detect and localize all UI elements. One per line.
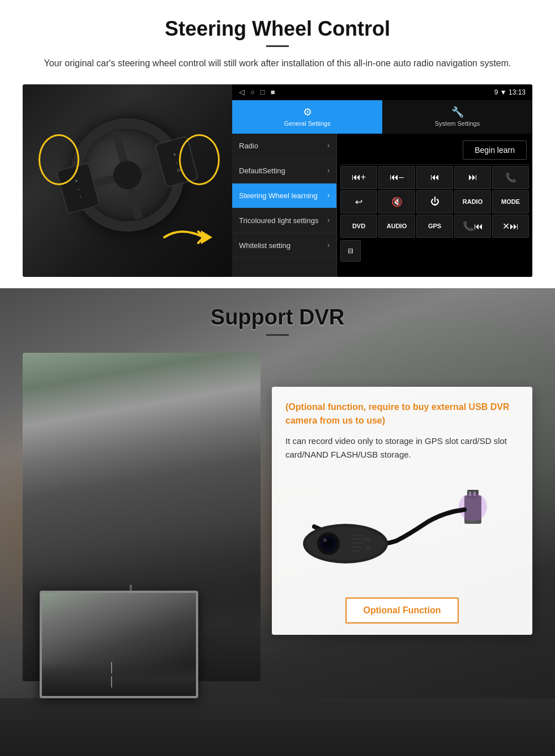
tab-general-settings[interactable]: ⚙ General Settings	[232, 100, 382, 134]
chevron-icon: ›	[327, 166, 330, 174]
chevron-icon: ›	[327, 191, 330, 199]
ctrl-power[interactable]: ⏻	[416, 190, 453, 213]
menu-item-tricoloured[interactable]: Tricoloured light settings ›	[232, 208, 336, 233]
ctrl-gps[interactable]: GPS	[416, 215, 453, 238]
menu-item-default-setting[interactable]: DefaultSetting ›	[232, 159, 336, 183]
ctrl-back[interactable]: ↩	[340, 190, 377, 213]
default-setting-label: DefaultSetting	[239, 166, 285, 175]
dvr-right-area: (Optional function, require to buy exter…	[272, 353, 532, 681]
menu-icon: ■	[271, 88, 275, 96]
tab-system-settings[interactable]: 🔧 System Settings	[382, 100, 532, 134]
dvr-info-card: (Optional function, require to buy exter…	[272, 387, 532, 635]
vol-up-icon: ⏮+	[352, 172, 366, 182]
ctrl-extra-btn[interactable]: ⊟	[340, 240, 361, 262]
radio-btn-label: RADIO	[463, 198, 483, 205]
chevron-icon: ›	[327, 216, 330, 224]
svg-point-13	[366, 545, 370, 550]
gps-btn-label: GPS	[428, 223, 441, 229]
mute-icon: 🔇	[391, 197, 403, 207]
radio-label: Radio	[239, 142, 258, 150]
steering-hub	[110, 157, 144, 192]
steering-wheel-photo: + - ↑ + - ⊙	[23, 84, 232, 277]
recents-icon: □	[261, 88, 265, 96]
dvr-title-divider	[266, 334, 289, 336]
dvr-screen-content	[42, 593, 196, 696]
vol-down-icon: ⏮–	[390, 172, 404, 182]
ctrl-dvd[interactable]: DVD	[340, 215, 377, 238]
audio-btn-label: AUDIO	[387, 223, 407, 229]
control-extra-row: ⊟	[339, 239, 530, 263]
dvr-camera-image	[285, 473, 519, 586]
statusbar: ◁ ○ □ ■ 9 ▼ 13:13	[232, 84, 532, 100]
time-display: 13:13	[509, 88, 526, 96]
arrow-indicator	[159, 220, 227, 254]
mode-btn-label: MODE	[501, 198, 520, 205]
tab-system-label: System Settings	[435, 120, 480, 127]
dvr-section: Support DVR	[0, 288, 555, 756]
mute-next-icon: ✕⏭	[502, 221, 519, 232]
tricoloured-label: Tricoloured light settings	[239, 216, 318, 225]
ctrl-mode[interactable]: MODE	[492, 190, 529, 213]
dvr-bottom-bar	[0, 698, 555, 756]
ctrl-mute-next[interactable]: ✕⏭	[492, 215, 529, 238]
dvr-title: Support DVR	[23, 305, 532, 330]
control-panel: Begin learn ⏮+ ⏮– ⏮ ⏭ 📞 ↩ 🔇 ⏻ RADIO MODE	[337, 134, 532, 277]
ctrl-radio[interactable]: RADIO	[454, 190, 491, 213]
tab-general-label: General Settings	[284, 120, 331, 127]
system-icon: 🔧	[451, 106, 464, 118]
whitelist-label: Whitelist setting	[239, 241, 291, 250]
control-grid: ⏮+ ⏮– ⏮ ⏭ 📞 ↩ 🔇 ⏻ RADIO MODE DVD AUDIO G…	[339, 165, 530, 239]
phone-icon: 📞	[505, 172, 516, 183]
steering-subtitle: Your original car's steering wheel contr…	[23, 56, 532, 71]
page-title: Steering Wheel Control	[23, 17, 532, 41]
highlight-circle-right	[179, 134, 220, 185]
dvr-description: It can record video only to storage in G…	[285, 434, 519, 462]
ctrl-mute[interactable]: 🔇	[378, 190, 415, 213]
android-demo: + - ↑ + - ⊙	[23, 84, 532, 277]
android-content: Radio › DefaultSetting › Steering Wheel …	[232, 134, 532, 277]
svg-marker-0	[201, 230, 212, 244]
ctrl-next[interactable]: ⏭	[454, 166, 491, 189]
ctrl-vol-up[interactable]: ⏮+	[340, 166, 377, 189]
begin-learn-row: Begin learn	[339, 136, 530, 165]
steering-wheel-label: Steering Wheel learning	[239, 191, 318, 200]
dvr-optional-heading: (Optional function, require to buy exter…	[285, 400, 519, 428]
svg-point-5	[459, 493, 487, 521]
home-icon: ○	[250, 88, 255, 96]
dvr-screen-thumbnail	[40, 591, 198, 698]
begin-learn-button[interactable]: Begin learn	[463, 140, 527, 160]
menu-item-whitelist[interactable]: Whitelist setting ›	[232, 233, 336, 258]
power-icon: ⏻	[430, 197, 439, 207]
optional-function-button[interactable]: Optional Function	[345, 597, 459, 623]
android-panel: ◁ ○ □ ■ 9 ▼ 13:13 ⚙ General Settings 🔧	[232, 84, 532, 277]
menu-item-steering-wheel[interactable]: Steering Wheel learning ›	[232, 183, 336, 208]
next-icon: ⏭	[468, 172, 477, 182]
ctrl-phone[interactable]: 📞	[492, 166, 529, 189]
ctrl-phone-prev[interactable]: 📞⏮	[454, 215, 491, 238]
ctrl-prev[interactable]: ⏮	[416, 166, 453, 189]
svg-point-11	[323, 539, 327, 542]
highlight-circle-left	[39, 134, 79, 185]
android-tabs: ⚙ General Settings 🔧 System Settings	[232, 100, 532, 134]
settings-menu: Radio › DefaultSetting › Steering Wheel …	[232, 134, 337, 277]
dvr-main-layout: (Optional function, require to buy exter…	[23, 353, 532, 681]
back-call-icon: ↩	[355, 197, 362, 207]
statusbar-time: 9 ▼ 13:13	[494, 88, 526, 96]
steering-section: Steering Wheel Control Your original car…	[0, 0, 555, 288]
svg-point-12	[366, 537, 370, 542]
dvd-btn-label: DVD	[352, 223, 365, 229]
title-divider	[266, 45, 289, 47]
menu-item-radio[interactable]: Radio ›	[232, 134, 336, 159]
chevron-icon: ›	[327, 241, 330, 249]
statusbar-left: ◁ ○ □ ■	[239, 88, 275, 96]
ctrl-audio[interactable]: AUDIO	[378, 215, 415, 238]
phone-prev-icon: 📞⏮	[463, 221, 483, 232]
settings-gear-icon: ⚙	[303, 106, 312, 118]
signal-icon: 9 ▼	[494, 88, 507, 96]
extra-btn-icon: ⊟	[348, 247, 353, 255]
dvr-camera-svg	[294, 479, 510, 580]
chevron-icon: ›	[327, 142, 330, 150]
prev-icon: ⏮	[430, 172, 439, 182]
back-icon: ◁	[239, 88, 245, 96]
ctrl-vol-down[interactable]: ⏮–	[378, 166, 415, 189]
